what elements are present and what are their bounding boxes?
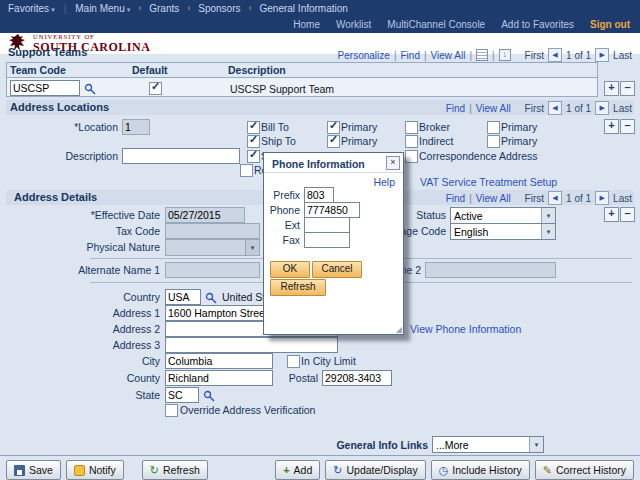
sold-to-checkbox[interactable] bbox=[247, 150, 260, 163]
delete-row-button[interactable]: – bbox=[620, 81, 635, 96]
refresh-button[interactable]: ↻Refresh bbox=[142, 460, 208, 480]
fax-input[interactable] bbox=[304, 232, 350, 248]
view-all-link[interactable]: View All bbox=[431, 50, 466, 61]
resize-handle-icon[interactable]: ◢ bbox=[396, 325, 402, 334]
previous-row-icon[interactable]: ◀ bbox=[548, 48, 562, 62]
download-grid-icon[interactable]: ↓ bbox=[499, 49, 511, 61]
phone-information-dialog: Phone Information × Help Prefix Phone Ex… bbox=[263, 152, 404, 335]
physical-nature-label: Physical Nature bbox=[20, 241, 160, 253]
multichannel-console-link[interactable]: MultiChannel Console bbox=[387, 19, 485, 30]
physical-nature-dropdown: ▾ bbox=[165, 239, 260, 256]
bill-to-label: Bill To bbox=[261, 121, 289, 133]
favorites-menu[interactable]: Favorites▾ bbox=[8, 3, 55, 14]
correct-history-button[interactable]: ✎Correct History bbox=[535, 460, 634, 480]
close-icon[interactable]: × bbox=[386, 156, 400, 170]
state-input[interactable] bbox=[165, 387, 199, 403]
phone-input[interactable] bbox=[304, 202, 360, 218]
next-row-icon[interactable]: ▶ bbox=[595, 101, 609, 115]
view-all-link[interactable]: View All bbox=[476, 193, 511, 204]
home-link[interactable]: Home bbox=[293, 19, 320, 30]
last-link[interactable]: Last bbox=[613, 50, 632, 61]
update-display-icon: ↻ bbox=[333, 465, 342, 476]
dropdown-arrow-icon[interactable]: ▾ bbox=[529, 437, 543, 452]
add-row-button[interactable]: + bbox=[604, 81, 619, 96]
next-row-icon[interactable]: ▶ bbox=[595, 48, 609, 62]
breadcrumb-separator-icon: › bbox=[187, 3, 190, 13]
ship-to-label: Ship To bbox=[261, 135, 296, 147]
description-input[interactable] bbox=[122, 148, 240, 164]
breadcrumb-sponsors[interactable]: Sponsors bbox=[198, 3, 240, 14]
main-menu[interactable]: Main Menu▾ bbox=[75, 3, 130, 14]
ext-label: Ext bbox=[266, 219, 300, 231]
support-teams-toolbar: Personalize| Find| View All| | ↓ First ◀… bbox=[338, 48, 632, 62]
team-code-input[interactable] bbox=[10, 80, 80, 96]
primary-broker-checkbox[interactable] bbox=[487, 121, 500, 134]
country-input[interactable] bbox=[165, 289, 201, 305]
dropdown-arrow-icon[interactable]: ▾ bbox=[541, 224, 555, 239]
in-city-limit-checkbox[interactable] bbox=[287, 355, 300, 368]
help-link[interactable]: Help bbox=[373, 176, 395, 188]
address-locations-toolbar: Find| View All First ◀ 1 of 1 ▶ Last bbox=[446, 101, 632, 115]
dropdown-arrow-icon[interactable]: ▾ bbox=[541, 208, 555, 223]
personalize-link[interactable]: Personalize bbox=[338, 50, 390, 61]
city-input[interactable] bbox=[165, 353, 273, 369]
effective-date-label: *Effective Date bbox=[20, 209, 160, 221]
address-3-input[interactable] bbox=[165, 337, 338, 353]
worklist-link[interactable]: Worklist bbox=[336, 19, 371, 30]
vat-service-treatment-setup-link[interactable]: VAT Service Treatment Setup bbox=[420, 176, 557, 188]
ok-button[interactable]: OK bbox=[270, 261, 310, 278]
primary-ship-checkbox[interactable] bbox=[327, 135, 340, 148]
first-link[interactable]: First bbox=[525, 193, 544, 204]
notify-button[interactable]: Notify bbox=[66, 460, 124, 480]
breadcrumb-general-information[interactable]: General Information bbox=[260, 3, 348, 14]
delete-effective-row-button[interactable]: – bbox=[620, 207, 635, 222]
save-button[interactable]: Save bbox=[6, 460, 61, 480]
include-history-button[interactable]: ◷Include History bbox=[431, 460, 530, 480]
primary-indirect-checkbox[interactable] bbox=[487, 135, 500, 148]
find-link[interactable]: Find bbox=[446, 193, 465, 204]
prefix-input[interactable] bbox=[304, 187, 334, 203]
next-row-icon[interactable]: ▶ bbox=[595, 191, 609, 205]
delete-location-button[interactable]: – bbox=[620, 119, 635, 134]
sign-out-link[interactable]: Sign out bbox=[590, 19, 630, 30]
add-to-favorites-link[interactable]: Add to Favorites bbox=[501, 19, 574, 30]
first-link[interactable]: First bbox=[525, 50, 544, 61]
dropdown-arrow-icon: ▾ bbox=[245, 240, 259, 255]
previous-row-icon[interactable]: ◀ bbox=[548, 191, 562, 205]
override-address-verification-label: Override Address Verification bbox=[180, 404, 315, 416]
tax-code-label: Tax Code bbox=[20, 225, 160, 237]
personalize-grid-icon[interactable] bbox=[476, 49, 488, 61]
status-dropdown[interactable]: Active ▾ bbox=[450, 207, 556, 224]
last-link[interactable]: Last bbox=[613, 103, 632, 114]
last-link[interactable]: Last bbox=[613, 193, 632, 204]
add-button[interactable]: +Add bbox=[275, 460, 320, 480]
default-checkbox[interactable] bbox=[149, 82, 162, 95]
postal-input[interactable] bbox=[322, 370, 392, 386]
language-value: English bbox=[454, 226, 488, 238]
find-link[interactable]: Find bbox=[446, 103, 465, 114]
ext-input[interactable] bbox=[304, 217, 350, 233]
breadcrumb-grants[interactable]: Grants bbox=[149, 3, 179, 14]
find-link[interactable]: Find bbox=[400, 50, 419, 61]
remit-to-checkbox[interactable] bbox=[240, 164, 253, 177]
indirect-checkbox[interactable] bbox=[405, 135, 418, 148]
update-display-button[interactable]: ↻Update/Display bbox=[325, 460, 425, 480]
language-dropdown[interactable]: English ▾ bbox=[450, 223, 556, 240]
view-all-link[interactable]: View All bbox=[476, 103, 511, 114]
broker-checkbox[interactable] bbox=[405, 121, 418, 134]
add-location-button[interactable]: + bbox=[604, 119, 619, 134]
dialog-refresh-button[interactable]: Refresh bbox=[270, 279, 326, 296]
cancel-button[interactable]: Cancel bbox=[312, 261, 362, 278]
general-info-links-dropdown[interactable]: ...More ▾ bbox=[432, 436, 544, 453]
view-phone-information-link[interactable]: View Phone Information bbox=[410, 323, 521, 335]
address-details-toolbar: Find| View All First ◀ 1 of 1 ▶ Last bbox=[446, 191, 632, 205]
ship-to-checkbox[interactable] bbox=[247, 135, 260, 148]
team-code-lookup-icon[interactable] bbox=[84, 81, 96, 99]
add-effective-row-button[interactable]: + bbox=[604, 207, 619, 222]
previous-row-icon[interactable]: ◀ bbox=[548, 101, 562, 115]
include-history-icon: ◷ bbox=[439, 465, 449, 476]
override-address-verification-checkbox[interactable] bbox=[165, 404, 178, 417]
correspondence-address-checkbox[interactable] bbox=[405, 150, 418, 163]
status-value: Active bbox=[454, 210, 483, 222]
first-link[interactable]: First bbox=[525, 103, 544, 114]
